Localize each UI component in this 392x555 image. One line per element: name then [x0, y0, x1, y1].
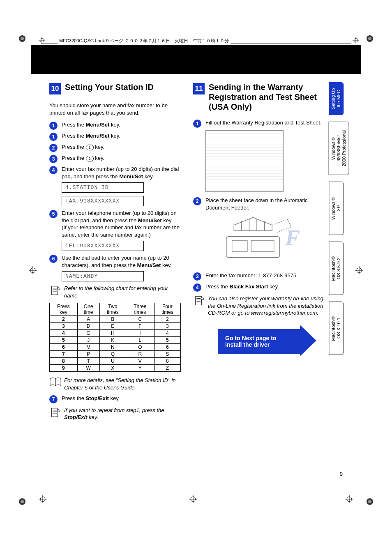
doc-header: MFC3200C-QSG.book 9 ページ ２００２年７月１６日 火曜日 午… [33, 37, 359, 44]
table-cell: V [126, 358, 154, 365]
table-cell: N [99, 344, 126, 351]
crosshair-icon [29, 266, 37, 274]
table-cell: 4 [50, 330, 78, 337]
step-text: Enter the fax number: 1-877-268-9575. [205, 272, 298, 279]
step-bullet: 3 [49, 155, 58, 163]
section-number: 10 [49, 83, 61, 94]
step-text: Enter your telephone number (up to 20 di… [62, 210, 181, 238]
table-cell: K [99, 337, 126, 344]
svg-rect-31 [251, 240, 274, 252]
step-text: Fill out the Warranty Registration and T… [205, 119, 322, 127]
svg-rect-20 [52, 286, 58, 295]
lcd-display: TEL:908XXXXXXXX [62, 241, 144, 251]
note-text: You can also register your warranty on-l… [208, 295, 325, 317]
page-number: 9 [340, 471, 343, 477]
step-text: Press the 1 key. [62, 143, 104, 151]
tab-win98[interactable]: Windows®98/98SE/Me/2000 Professional [329, 122, 349, 175]
fax-machine-image: F [210, 214, 304, 267]
table-cell: 8 [50, 358, 78, 365]
side-tabs: Setting Upthe MFC Windows®98/98SE/Me/200… [329, 82, 347, 362]
book-icon [49, 377, 64, 391]
step-text: Press the Menu/Set key. [62, 121, 120, 129]
tab-macx[interactable]: Macintosh®OS X 10.1 [329, 302, 344, 355]
table-cell: 6 [50, 344, 78, 351]
table-cell: X [99, 365, 126, 372]
table-cell: G [77, 330, 99, 337]
table-cell: F [126, 323, 154, 330]
svg-point-5 [21, 500, 24, 503]
step-bullet: 1 [193, 120, 201, 128]
step-bullet: 2 [193, 197, 201, 205]
table-cell: M [77, 344, 99, 351]
table-cell: 8 [154, 358, 180, 365]
table-cell: J [77, 337, 99, 344]
step-bullet: 5 [49, 210, 58, 218]
goto-next-arrow: Go to Next page to install the driver [218, 329, 300, 354]
crosshair-icon [39, 495, 47, 503]
reg-mark-icon [366, 35, 374, 43]
reg-mark-icon [366, 497, 374, 506]
table-row: 8TUV8 [50, 358, 181, 365]
svg-point-1 [21, 37, 24, 40]
svg-rect-29 [226, 237, 280, 258]
table-cell: 2 [154, 316, 180, 323]
table-cell: P [77, 351, 99, 358]
table-header: Twotimes [99, 303, 126, 316]
step-text: Use the dial pad to enter your name (up … [62, 254, 181, 269]
table-row: 6MNO6 [50, 344, 181, 351]
table-cell: S [154, 351, 180, 358]
table-cell: A [77, 316, 99, 323]
step-bullet: 6 [49, 255, 58, 263]
step-bullet: 3 [193, 272, 201, 281]
table-cell: Y [126, 365, 154, 372]
step-text: Press the Black Fax Start key. [205, 283, 279, 290]
char-table: PresskeyOnetimeTwotimesThreetimesFourtim… [49, 303, 181, 372]
tab-mac85[interactable]: Macintosh®OS 8.5-9.2 [329, 242, 344, 295]
table-cell: L [126, 337, 154, 344]
table-header: Presskey [50, 303, 78, 316]
table-row: 9WXYZ [50, 365, 181, 372]
section-11: 11 Sending in the Warranty Registration … [193, 82, 325, 425]
svg-point-7 [368, 500, 371, 503]
goto-label: Go to Next page to install the driver [225, 335, 276, 348]
table-cell: H [99, 330, 126, 337]
table-header: Fourtimes [154, 303, 180, 316]
table-cell: T [77, 358, 99, 365]
svg-rect-25 [52, 408, 58, 417]
note-icon [49, 285, 64, 299]
key-icon: 1 [86, 145, 94, 150]
table-cell: O [126, 344, 154, 351]
section-title: Sending in the Warranty Registration and… [209, 82, 325, 112]
table-cell: 2 [50, 316, 78, 323]
tab-winxp[interactable]: Windows®XP [329, 182, 344, 235]
table-header: Threetimes [126, 303, 154, 316]
table-cell: 4 [154, 330, 180, 337]
tab-setting-up[interactable]: Setting Upthe MFC [329, 82, 344, 115]
key-icon: 2 [86, 156, 94, 161]
table-cell: 7 [50, 351, 78, 358]
step-text: Place the sheet face down in the Automat… [205, 197, 325, 211]
table-row: 5JKL5 [50, 337, 181, 344]
step-text: Press the 2 key. [62, 154, 104, 162]
page: MFC3200C-QSG.book 9 ページ ２００２年７月１６日 火曜日 午… [0, 0, 392, 555]
table-cell: B [99, 316, 126, 323]
section-intro: You should store your name and fax numbe… [49, 102, 181, 116]
table-cell: E [99, 323, 126, 330]
crosshair-icon [353, 37, 359, 44]
table-cell: 9 [50, 365, 78, 372]
step-bullet: 1 [49, 133, 58, 141]
svg-rect-36 [196, 297, 202, 305]
svg-rect-30 [232, 240, 247, 252]
table-cell: 3 [50, 323, 78, 330]
step-bullet: 1 [49, 122, 58, 130]
table-cell: C [126, 316, 154, 323]
letter-f-icon: F [285, 225, 300, 251]
section-10: 10 Setting Your Station ID You should st… [49, 82, 181, 425]
warranty-sheet-image [205, 130, 284, 192]
table-cell: 5 [50, 337, 78, 344]
step-bullet: 7 [49, 395, 58, 403]
table-header: Onetime [77, 303, 99, 316]
table-cell: D [77, 323, 99, 330]
step-text: Press the Menu/Set key. [62, 132, 120, 140]
crosshair-icon [355, 266, 363, 274]
